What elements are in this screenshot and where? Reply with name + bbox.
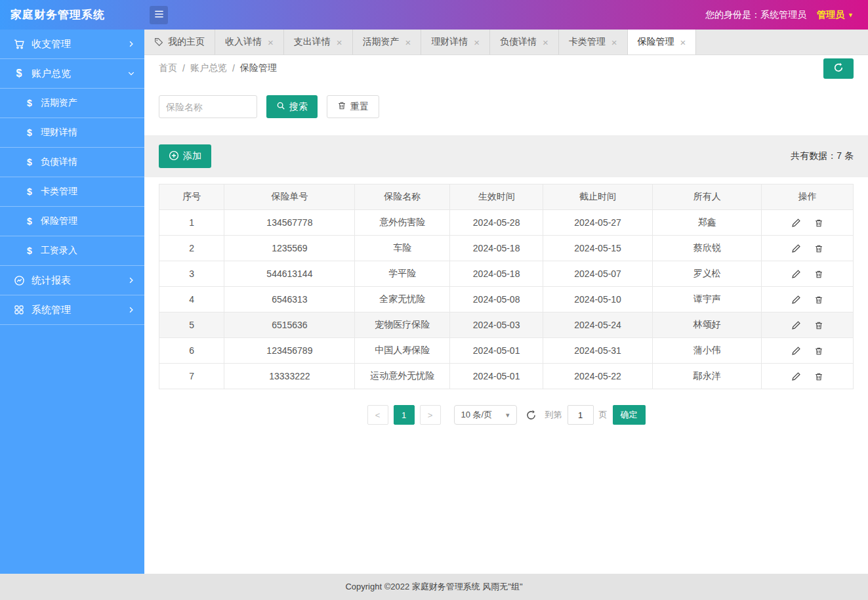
sidebar-item-label: 账户总览	[31, 68, 71, 80]
tab[interactable]: 保险管理 ×	[628, 30, 697, 54]
add-button[interactable]: 添加	[159, 144, 211, 168]
tab-close-icon[interactable]: ×	[543, 37, 548, 47]
cell-index: 4	[159, 287, 224, 312]
table-row: 2 1235569 车险 2024-05-18 2024-05-15 蔡欣锐	[159, 236, 854, 261]
goto-prefix-label: 到第	[545, 409, 562, 421]
cell-start-date: 2024-05-28	[450, 210, 543, 236]
delete-icon[interactable]	[814, 295, 823, 305]
sidebar-item-label: 系统管理	[31, 304, 71, 316]
reset-button-label: 重置	[350, 101, 369, 113]
sidebar-item-system[interactable]: 系统管理	[0, 295, 144, 325]
cell-index: 5	[159, 312, 224, 338]
refresh-button[interactable]	[823, 58, 854, 79]
edit-icon[interactable]	[791, 372, 801, 381]
app-title: 家庭财务管理系统	[0, 7, 144, 22]
next-page-button[interactable]: >	[420, 405, 441, 425]
cell-name: 学平险	[355, 261, 450, 287]
cell-owner: 蒲小伟	[653, 338, 762, 364]
tab-close-icon[interactable]: ×	[337, 37, 342, 47]
tab-close-icon[interactable]: ×	[680, 37, 686, 47]
tab[interactable]: 理财详情 ×	[421, 30, 490, 54]
sidebar-submenu-item[interactable]: $ 理财详情	[0, 118, 144, 148]
tab-bar: 我的主页 收入详情 × 支出详情 × 活期资产 × 理财详情 × 负债详情 × …	[144, 30, 868, 55]
sidebar-submenu-item[interactable]: $ 保险管理	[0, 207, 144, 236]
edit-icon[interactable]	[791, 346, 801, 356]
cell-name: 车险	[355, 236, 450, 261]
cell-policy-no: 1235569	[224, 236, 355, 261]
edit-icon[interactable]	[791, 218, 801, 228]
pagination-refresh-icon[interactable]	[526, 410, 537, 421]
search-input[interactable]	[159, 95, 257, 118]
page-size-select[interactable]: 10 条/页 ▾	[454, 405, 517, 425]
submenu-label: 活期资产	[41, 97, 77, 109]
current-page-button[interactable]: 1	[394, 405, 415, 425]
cart-icon	[12, 39, 26, 50]
top-header: 家庭财务管理系统 您的身份是：系统管理员 管理员 ▼	[0, 0, 868, 30]
sidebar-submenu-item[interactable]: $ 负债详情	[0, 148, 144, 177]
sidebar-item-income-expense[interactable]: 收支管理	[0, 30, 144, 59]
search-button-label: 搜索	[289, 101, 308, 113]
tab-close-icon[interactable]: ×	[268, 37, 274, 47]
identity-text: 您的身份是：系统管理员	[705, 9, 806, 21]
cell-end-date: 2024-05-22	[543, 364, 653, 389]
col-header-start-date: 生效时间	[450, 184, 543, 210]
cell-name: 全家无忧险	[355, 287, 450, 312]
edit-icon[interactable]	[791, 295, 801, 305]
edit-icon[interactable]	[791, 320, 801, 330]
role-dropdown[interactable]: 管理员 ▼	[817, 9, 854, 21]
tab[interactable]: 负债详情 ×	[490, 30, 559, 54]
tab[interactable]: 我的主页	[144, 30, 215, 54]
col-header-end-date: 截止时间	[543, 184, 653, 210]
cell-actions	[762, 261, 854, 287]
tab[interactable]: 活期资产 ×	[353, 30, 422, 54]
reset-button[interactable]: 重置	[327, 95, 379, 118]
search-button[interactable]: 搜索	[266, 95, 318, 118]
submenu-label: 工资录入	[41, 245, 77, 257]
tab[interactable]: 收入详情 ×	[215, 30, 284, 54]
breadcrumb-accounts[interactable]: 账户总览	[190, 62, 227, 74]
body-row: 收支管理 $ 账户总览 $ 活期资产 $ 理财详情 $ 负债详情 $ 卡类管理 …	[0, 30, 868, 574]
col-header-owner: 所有人	[653, 184, 762, 210]
hamburger-icon	[154, 9, 164, 21]
tab-label: 卡类管理	[569, 36, 606, 48]
cell-actions	[762, 364, 854, 389]
tab-close-icon[interactable]: ×	[474, 37, 480, 47]
tab-close-icon[interactable]: ×	[611, 37, 617, 47]
sidebar-submenu-item[interactable]: $ 卡类管理	[0, 177, 144, 207]
cell-index: 3	[159, 261, 224, 287]
delete-icon[interactable]	[814, 244, 823, 253]
plus-circle-icon	[169, 150, 179, 163]
cell-actions	[762, 287, 854, 312]
submenu-label: 理财详情	[41, 127, 77, 139]
edit-icon[interactable]	[791, 269, 801, 279]
search-section: 搜索 重置	[144, 81, 868, 133]
sidebar-submenu-item[interactable]: $ 工资录入	[0, 236, 144, 266]
goto-page-input[interactable]	[568, 405, 594, 425]
confirm-button[interactable]: 确定	[613, 405, 646, 425]
dollar-icon: $	[12, 68, 26, 79]
sidebar-item-accounts[interactable]: $ 账户总览	[0, 59, 144, 89]
content-filler	[144, 440, 868, 574]
edit-icon[interactable]	[791, 244, 801, 253]
sidebar-item-reports[interactable]: 统计报表	[0, 266, 144, 295]
delete-icon[interactable]	[814, 270, 823, 279]
cell-name: 宠物医疗保险	[355, 312, 450, 338]
chevron-down-icon	[127, 70, 135, 77]
sidebar-toggle-button[interactable]	[150, 6, 168, 24]
delete-icon[interactable]	[814, 321, 823, 330]
cell-policy-no: 13333222	[224, 364, 355, 389]
tab-label: 理财详情	[431, 36, 468, 48]
table-section: 序号 保险单号 保险名称 生效时间 截止时间 所有人 操作 1 13456777…	[144, 177, 868, 389]
delete-icon[interactable]	[814, 372, 823, 381]
cell-owner: 林颂好	[653, 312, 762, 338]
tab[interactable]: 支出详情 ×	[284, 30, 353, 54]
breadcrumb-home[interactable]: 首页	[159, 62, 177, 74]
cell-owner: 谭宇声	[653, 287, 762, 312]
delete-icon[interactable]	[814, 347, 823, 356]
prev-page-button[interactable]: <	[367, 405, 388, 425]
sidebar-submenu-item[interactable]: $ 活期资产	[0, 89, 144, 118]
delete-icon[interactable]	[814, 219, 823, 228]
tab-close-icon[interactable]: ×	[405, 37, 411, 47]
dollar-icon: $	[24, 186, 35, 197]
tab[interactable]: 卡类管理 ×	[559, 30, 628, 54]
